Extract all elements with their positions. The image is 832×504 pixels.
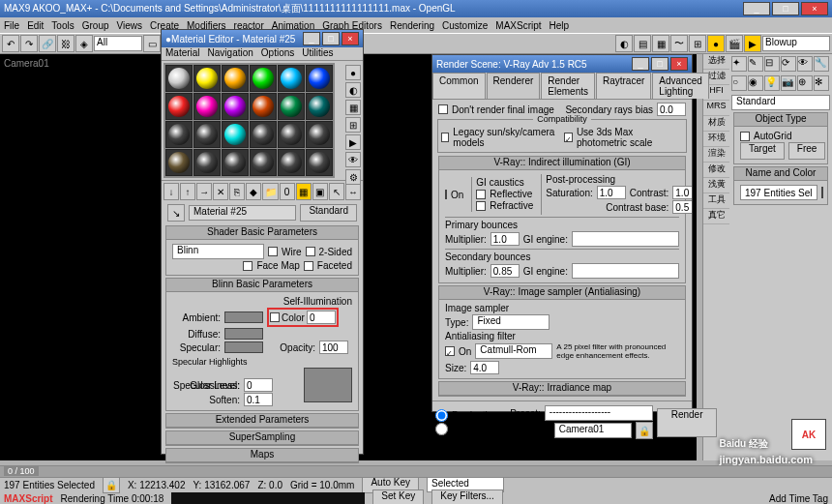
extparams-header[interactable]: Extended Parameters <box>166 414 358 428</box>
menu-views[interactable]: Views <box>117 20 143 31</box>
align-button[interactable]: ▤ <box>634 35 651 52</box>
render-view-dropdown[interactable]: Blowup <box>762 36 830 51</box>
side-mrs[interactable]: MRS <box>703 101 729 116</box>
cmdtab-modify[interactable]: ✎ <box>748 56 763 72</box>
render-button[interactable]: ▶ <box>744 35 761 52</box>
render-button-main[interactable]: Render <box>657 408 718 437</box>
mirror-button[interactable]: ◐ <box>615 35 633 52</box>
render-dlg-min[interactable]: _ <box>632 57 649 71</box>
material-type-button[interactable]: Standard <box>300 204 357 222</box>
menu-customize[interactable]: Customize <box>442 20 488 31</box>
make-unique-button[interactable]: ◆ <box>246 183 261 200</box>
menu-maxscript[interactable]: MAXScript <box>495 20 541 31</box>
supersampling-header[interactable]: SuperSampling <box>166 431 358 445</box>
material-editor-titlebar[interactable]: ● Material Editor - Material #25 _ □ × <box>162 30 363 47</box>
subtab-4[interactable]: 📷 <box>781 75 796 91</box>
material-slot-21[interactable] <box>250 149 277 176</box>
dlg-close[interactable]: × <box>342 32 359 45</box>
primary-mult-spinner[interactable] <box>490 232 520 246</box>
aafilter-dropdown[interactable]: Catmull-Rom <box>475 343 552 359</box>
window-maximize[interactable]: □ <box>772 2 799 15</box>
sampler-type-dropdown[interactable]: Fixed <box>472 314 550 330</box>
link-button[interactable]: 🔗 <box>39 35 56 52</box>
tab-renderelements[interactable]: Render Elements <box>541 73 595 99</box>
material-slot-0[interactable] <box>165 65 193 92</box>
selection-filter-dropdown[interactable]: All <box>94 36 142 51</box>
irradiance-header[interactable]: V-Ray:: Irradiance map <box>439 382 685 396</box>
sample-type-button[interactable]: ● <box>345 65 361 80</box>
material-slot-18[interactable] <box>165 149 193 176</box>
material-slot-15[interactable] <box>250 121 277 148</box>
subtab-5[interactable]: ⊕ <box>797 75 813 91</box>
side-tools[interactable]: 工具 <box>703 193 729 209</box>
menu-edit[interactable]: Edit <box>27 20 44 31</box>
tab-advlighting[interactable]: Advanced Lighting <box>652 73 708 99</box>
side-lightyellow[interactable]: 浅黄 <box>703 178 729 193</box>
target-button[interactable]: Target <box>740 142 785 160</box>
preview-button[interactable]: 👁 <box>345 152 361 167</box>
preset-dropdown[interactable]: ------------------- <box>545 405 653 421</box>
dlg-maximize[interactable]: □ <box>322 32 340 45</box>
get-material-button[interactable]: ↓ <box>163 183 179 200</box>
select-button[interactable]: ▭ <box>143 35 161 52</box>
material-slot-12[interactable] <box>165 121 193 148</box>
show-end-result-button[interactable]: ▣ <box>312 183 328 200</box>
redo-button[interactable]: ↷ <box>20 35 38 52</box>
cmdtab-motion[interactable]: ⟳ <box>781 56 796 72</box>
cmdtab-hierarchy[interactable]: ⊟ <box>764 56 780 72</box>
mat-menu-options[interactable]: Options <box>261 47 294 60</box>
activeshade-radio[interactable] <box>435 423 448 435</box>
facemap-checkbox[interactable] <box>243 261 253 271</box>
secondary-mult-spinner[interactable] <box>490 264 520 278</box>
timeline-slider[interactable]: 0 / 100 <box>4 466 39 476</box>
subtab-1[interactable]: ○ <box>731 75 747 91</box>
autogrid-checkbox[interactable] <box>740 132 750 141</box>
render-dialog-titlebar[interactable]: Render Scene: V-Ray Adv 1.5 RC5 _ □ × <box>432 55 692 73</box>
background-button[interactable]: ▦ <box>345 100 361 115</box>
menu-tools[interactable]: Tools <box>51 20 74 31</box>
keyfilters-button[interactable]: Key Filters... <box>431 489 503 504</box>
shader-type-dropdown[interactable]: Blinn <box>172 244 264 259</box>
bind-button[interactable]: ◈ <box>75 35 93 52</box>
ambient-swatch[interactable] <box>224 311 263 323</box>
material-editor-button[interactable]: ● <box>707 35 725 52</box>
objtype-header[interactable]: Object Type <box>734 113 827 127</box>
aafilter-size-spinner[interactable] <box>470 361 499 374</box>
contrastbase-spinner[interactable] <box>672 200 692 214</box>
put-library-button[interactable]: 📁 <box>262 183 278 200</box>
side-material[interactable]: 材质 <box>703 116 729 132</box>
lock-icon[interactable]: 🔒 <box>636 422 653 439</box>
material-slot-17[interactable] <box>306 121 333 148</box>
material-name-dropdown[interactable]: Material #25 <box>189 205 296 221</box>
undo-button[interactable]: ↶ <box>2 35 19 52</box>
subtab-3[interactable]: 💡 <box>764 75 780 91</box>
namecolor-header[interactable]: Name and Color <box>734 167 827 181</box>
diffuse-swatch[interactable] <box>224 328 263 340</box>
make-copy-button[interactable]: ⎘ <box>229 183 245 200</box>
material-slot-10[interactable] <box>278 93 305 120</box>
lock-selection-button[interactable]: 🔒 <box>103 476 120 493</box>
menu-help[interactable]: Help <box>550 20 570 31</box>
saturation-spinner[interactable] <box>597 186 626 199</box>
tab-common[interactable]: Common <box>432 73 486 99</box>
primary-engine-dropdown[interactable] <box>572 231 679 247</box>
twosided-checkbox[interactable] <box>306 247 315 256</box>
pick-material-button[interactable]: ↘ <box>167 204 185 222</box>
faceted-checkbox[interactable] <box>304 261 313 271</box>
material-slot-22[interactable] <box>278 149 305 176</box>
material-slot-16[interactable] <box>278 121 305 148</box>
soften-spinner[interactable] <box>244 393 273 406</box>
legacy-checkbox[interactable] <box>441 133 449 142</box>
material-slot-14[interactable] <box>222 121 249 148</box>
menu-file[interactable]: File <box>4 20 19 31</box>
material-slot-1[interactable] <box>193 65 221 92</box>
tab-renderer[interactable]: Renderer <box>487 73 541 99</box>
backlight-button[interactable]: ◐ <box>345 82 361 98</box>
options-button[interactable]: ⚙ <box>345 169 361 185</box>
glossiness-spinner[interactable] <box>244 378 273 392</box>
specular-swatch[interactable] <box>224 341 263 353</box>
reflective-checkbox[interactable] <box>476 190 486 199</box>
curve-editor-button[interactable]: 〜 <box>670 35 688 52</box>
window-minimize[interactable]: _ <box>743 2 770 15</box>
show-map-button[interactable]: ▦ <box>296 183 312 200</box>
